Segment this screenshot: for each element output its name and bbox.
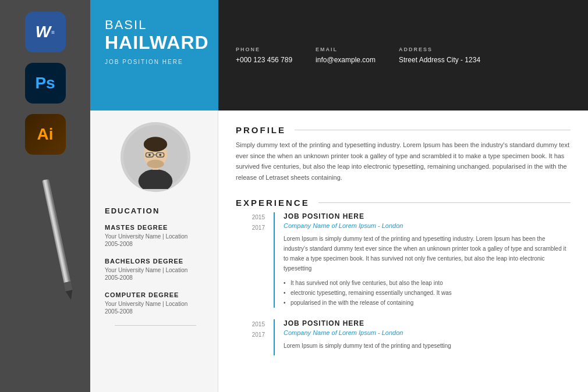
exp-company-2: Company Name of Lorem Ipsum - London — [284, 329, 571, 336]
exp-content-2: JOB POSITION HERE Company Name of Lorem … — [284, 319, 571, 355]
edu-year-3: 2005-2008 — [105, 308, 206, 315]
resume-body: EDUCATION MASTES DEGREE Your University … — [90, 111, 588, 392]
exp-year-start-2: 2015 — [236, 319, 265, 330]
edu-degree-2: BACHELORS DEGREE — [105, 258, 206, 265]
exp-company-1: Company Name of Lorem Ipsum - London — [284, 222, 571, 229]
address-label: ADDRESS — [399, 47, 480, 52]
edu-item-2: BACHELORS DEGREE Your University Name | … — [105, 258, 206, 281]
left-sidebar: W ≡ Ps Ai — [0, 0, 90, 392]
exp-desc-1: Lorem Ipsum is simply dummy text of the … — [284, 234, 571, 273]
contact-block: PHONE +000 123 456 789 EMAIL info@exampl… — [218, 0, 588, 111]
edu-school-2: Your University Name | Location — [105, 267, 206, 273]
exp-year-col-1: 2015 2017 — [236, 212, 265, 308]
pen-decoration — [28, 180, 63, 308]
edu-item-1: MASTES DEGREE Your University Name | Loc… — [105, 224, 206, 247]
email-contact: EMAIL info@example.com — [316, 47, 376, 64]
person-avatar-svg — [123, 125, 187, 189]
edu-degree-1: MASTES DEGREE — [105, 224, 206, 231]
profile-text: Simply dummy text of the printing and ty… — [236, 140, 571, 183]
exp-divider-1 — [274, 212, 275, 308]
experience-entry-1: 2015 2017 JOB POSITION HERE Company Name… — [236, 212, 571, 308]
left-column: EDUCATION MASTES DEGREE Your University … — [90, 111, 218, 392]
resume-header: BASIL HAILWARD JOB POSITION HERE PHONE +… — [90, 0, 588, 111]
resume-document: BASIL HAILWARD JOB POSITION HERE PHONE +… — [90, 0, 588, 392]
phone-value: +000 123 456 789 — [236, 56, 292, 64]
exp-desc-2: Lorem Ipsum is simply dummy text of the … — [284, 341, 571, 351]
photoshop-icon[interactable]: Ps — [25, 63, 66, 104]
profile-photo-container — [105, 122, 206, 192]
phone-contact: PHONE +000 123 456 789 — [236, 47, 292, 64]
first-name: BASIL — [105, 17, 207, 33]
email-value: info@example.com — [316, 56, 376, 64]
exp-year-end-2: 2017 — [236, 330, 265, 340]
left-col-divider — [115, 325, 196, 326]
svg-point-10 — [147, 160, 164, 169]
phone-label: PHONE — [236, 47, 292, 52]
illustrator-icon[interactable]: Ai — [25, 114, 66, 155]
exp-year-end-1: 2017 — [236, 223, 265, 233]
profile-section-title: PROFILE — [236, 125, 571, 135]
exp-content-1: JOB POSITION HERE Company Name of Lorem … — [284, 212, 571, 308]
svg-point-9 — [159, 154, 161, 156]
edu-item-3: COMPUTER DEGREE Your University Name | L… — [105, 291, 206, 315]
last-name: HAILWARD — [105, 33, 207, 53]
exp-year-col-2: 2015 2017 — [236, 319, 265, 355]
exp-bullets-1: It has survived not only five centuries,… — [284, 278, 571, 308]
email-label: EMAIL — [316, 47, 376, 52]
address-contact: ADDRESS Street Address City - 1234 — [399, 47, 480, 64]
edu-year-2: 2005-2008 — [105, 275, 206, 281]
name-block: BASIL HAILWARD JOB POSITION HERE — [90, 0, 218, 111]
right-column: PROFILE Simply dummy text of the printin… — [218, 111, 588, 392]
exp-bullet-1-1: It has survived not only five centuries,… — [284, 278, 571, 288]
exp-position-1: JOB POSITION HERE — [284, 212, 571, 220]
exp-position-2: JOB POSITION HERE — [284, 319, 571, 327]
edu-school-3: Your University Name | Location — [105, 301, 206, 307]
experience-entry-2: 2015 2017 JOB POSITION HERE Company Name… — [236, 319, 571, 355]
exp-divider-2 — [274, 319, 275, 355]
edu-year-1: 2005-2008 — [105, 241, 206, 247]
job-title-header: JOB POSITION HERE — [105, 59, 207, 65]
svg-point-4 — [144, 137, 167, 152]
edu-degree-3: COMPUTER DEGREE — [105, 291, 206, 298]
svg-point-8 — [148, 154, 151, 156]
edu-school-1: Your University Name | Location — [105, 233, 206, 240]
profile-photo — [121, 122, 190, 192]
word-icon[interactable]: W ≡ — [25, 12, 66, 52]
experience-section-title: EXPERIENCE — [236, 198, 571, 208]
exp-year-start-1: 2015 — [236, 212, 265, 223]
address-value: Street Address City - 1234 — [399, 56, 480, 64]
exp-bullet-1-3: popularised in the with the release of c… — [284, 298, 571, 308]
education-section-title: EDUCATION — [105, 206, 206, 215]
exp-bullet-1-2: electronic typesetting, remaining essent… — [284, 288, 571, 298]
